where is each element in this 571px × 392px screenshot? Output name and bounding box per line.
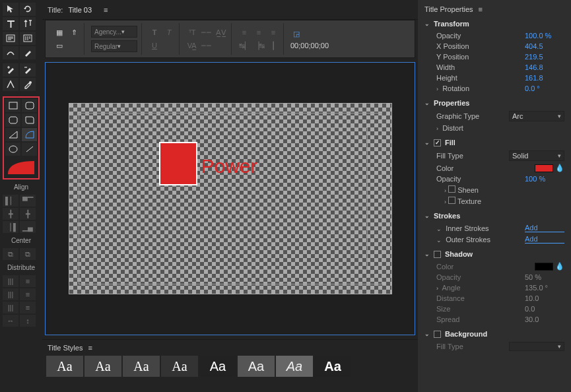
type-tool[interactable] — [3, 17, 18, 30]
tab-right-icon[interactable]: ▕↹ — [253, 40, 265, 51]
fill-section[interactable]: ⌄✓Fill — [424, 136, 564, 149]
style-swatch[interactable]: Aa — [123, 356, 160, 377]
dist-vspace[interactable]: ↕ — [20, 315, 36, 327]
add-inner-stroke[interactable]: Add — [525, 224, 564, 232]
shadow-checkbox[interactable] — [434, 251, 441, 258]
center-vertical[interactable]: ⧉ — [3, 248, 18, 260]
canvas-text[interactable]: Power — [201, 155, 257, 178]
sheen-label[interactable]: › Sheen — [444, 185, 479, 194]
tab-center-icon[interactable]: ▕▏ — [267, 40, 279, 51]
style-swatch[interactable]: Aa — [276, 356, 313, 377]
shadow-angle-value[interactable]: 135.0 ° — [525, 284, 564, 292]
style-swatch[interactable]: Aa — [161, 356, 198, 377]
style-swatch[interactable]: Aa — [46, 356, 83, 377]
dist-top[interactable]: ≡ — [20, 275, 36, 287]
rectangle-tool[interactable] — [5, 99, 20, 112]
canvas-stage[interactable]: Power — [69, 103, 392, 294]
shadow-section[interactable]: ⌄Shadow — [424, 247, 564, 261]
path-type-tool[interactable] — [3, 46, 18, 59]
graphic-type-combo[interactable]: Arc▾ — [509, 111, 564, 121]
vertical-area-type-tool[interactable] — [20, 32, 36, 45]
vertical-type-tool[interactable] — [20, 17, 36, 30]
roll-up-icon[interactable]: ⇑ — [68, 27, 80, 38]
rotation-label[interactable]: › Rotation — [436, 84, 469, 92]
distort-label[interactable]: › Distort — [436, 124, 463, 132]
fill-checkbox[interactable]: ✓ — [434, 139, 441, 147]
shadow-opacity-value[interactable]: 50 % — [525, 273, 564, 281]
fill-color-swatch[interactable] — [535, 164, 553, 172]
arc-tool[interactable] — [22, 128, 37, 141]
delete-anchor-tool[interactable] — [20, 63, 36, 77]
wedge-tool[interactable] — [5, 128, 20, 141]
templates-icon[interactable]: ▦ — [53, 27, 65, 38]
tracking-value[interactable]: ━━ — [201, 40, 213, 51]
eyedropper-icon[interactable]: 💧 — [555, 164, 564, 172]
center-horizontal[interactable]: ⧉ — [20, 248, 36, 260]
title-menu-icon[interactable]: ≡ — [104, 6, 106, 14]
bold-icon[interactable]: T — [149, 27, 160, 38]
convert-anchor-tool[interactable] — [3, 78, 18, 91]
underline-icon[interactable]: U — [149, 40, 160, 51]
dist-right[interactable]: ||| — [3, 302, 18, 313]
dist-left[interactable]: ||| — [3, 275, 18, 287]
dist-hcenter[interactable]: ||| — [3, 288, 18, 300]
align-bottom[interactable]: ▁▄ — [20, 221, 36, 233]
background-checkbox[interactable] — [434, 331, 441, 338]
rounded-corner-rectangle-tool[interactable] — [22, 114, 37, 127]
inner-strokes-label[interactable]: ⌄ Inner Strokes — [436, 224, 489, 232]
align-vcenter[interactable]: ╋ — [20, 208, 36, 220]
italic-icon[interactable]: T — [163, 27, 175, 38]
font-size-icon[interactable]: ᵀT — [186, 27, 198, 38]
style-swatch[interactable]: Aa — [314, 356, 351, 377]
shadow-size-value[interactable]: 0.0 — [525, 305, 564, 313]
selection-tool[interactable] — [3, 3, 18, 16]
line-tool[interactable] — [22, 143, 37, 156]
texture-label[interactable]: › Texture — [444, 197, 481, 205]
eyedropper-icon[interactable]: 💧 — [555, 262, 564, 270]
align-hcenter[interactable]: ╋ — [3, 208, 18, 220]
strokes-section[interactable]: ⌄Strokes — [424, 209, 564, 222]
align-right[interactable]: ▕▐ — [3, 221, 18, 233]
arc-shape[interactable] — [159, 142, 197, 185]
align-left[interactable]: ▌▏ — [3, 195, 18, 207]
xpos-value[interactable]: 404.5 — [525, 42, 564, 50]
add-outer-stroke[interactable]: Add — [525, 235, 564, 244]
size-value[interactable]: ━━ — [201, 27, 213, 38]
area-type-tool[interactable] — [3, 32, 18, 45]
fill-opacity-value[interactable]: 100 % — [525, 175, 564, 183]
ellipse-tool[interactable] — [5, 143, 20, 156]
shadow-angle-label[interactable]: › Angle — [436, 284, 461, 292]
sheen-checkbox[interactable] — [448, 185, 455, 193]
dist-bottom[interactable]: ≡ — [20, 302, 36, 313]
align-top[interactable]: ▀▔ — [20, 195, 36, 207]
clipped-rectangle-tool[interactable] — [5, 114, 20, 127]
opacity-value[interactable]: 100.0 % — [525, 32, 564, 40]
properties-menu-icon[interactable]: ≡ — [479, 5, 481, 13]
style-swatch[interactable]: Aa — [84, 356, 121, 377]
align-center-icon[interactable]: ≡ — [253, 27, 265, 38]
kerning-icon[interactable]: A̲V̲ — [215, 27, 227, 38]
dist-hspace[interactable]: ↔ — [3, 315, 18, 327]
canvas-viewport[interactable]: Power — [45, 62, 415, 335]
font-family-combo[interactable]: Agency...▾ — [91, 26, 137, 38]
fill-type-combo[interactable]: Solid▾ — [509, 150, 564, 161]
height-value[interactable]: 161.8 — [525, 74, 564, 82]
outer-strokes-label[interactable]: ⌄ Outer Strokes — [436, 236, 490, 244]
align-left-icon[interactable]: ≡ — [238, 27, 250, 38]
bg-fill-type-combo[interactable]: ▾ — [509, 342, 564, 351]
title-styles-menu-icon[interactable]: ≡ — [88, 344, 90, 352]
ypos-value[interactable]: 219.5 — [525, 53, 564, 61]
width-value[interactable]: 146.8 — [525, 63, 564, 71]
style-swatch[interactable]: Aa — [238, 356, 275, 377]
tab-icon[interactable]: ↹▏ — [238, 40, 250, 51]
shadow-spread-value[interactable]: 30.0 — [525, 315, 564, 323]
rounded-rectangle-tool[interactable] — [22, 99, 37, 112]
align-right-icon[interactable]: ≡ — [267, 27, 279, 38]
rotate-tool[interactable] — [20, 3, 36, 16]
dist-vcenter[interactable]: ≡ — [20, 288, 36, 300]
rotation-value[interactable]: 0.0 ° — [525, 84, 564, 92]
eyedropper-icon[interactable] — [20, 78, 36, 91]
timecode-display[interactable]: 00;00;00;00 — [290, 42, 329, 49]
add-anchor-tool[interactable] — [3, 63, 18, 77]
title-name[interactable]: Title 03 — [68, 6, 92, 14]
